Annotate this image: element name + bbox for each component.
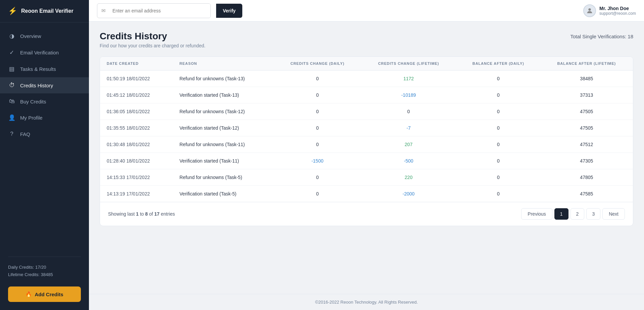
cell-date: 01:30:48 18/01/2022 — [100, 136, 173, 153]
check-circle-icon: ✓ — [8, 49, 15, 56]
cell-balance-lifetime: 47505 — [540, 120, 633, 136]
table-row: 14:15:33 17/01/2022 Refund for unknowns … — [100, 169, 633, 186]
cell-balance-daily: 0 — [456, 186, 540, 202]
next-button[interactable]: Next — [602, 208, 625, 220]
page-subtitle: Find our how your credits are charged or… — [100, 43, 205, 48]
user-name: Mr. Jhon Doe — [599, 6, 636, 11]
cell-balance-lifetime: 47512 — [540, 136, 633, 153]
main-area: ✉ Verify Mr. Jhon Doe support@reoon.com … — [89, 0, 644, 310]
cell-date: 01:35:55 18/01/2022 — [100, 120, 173, 136]
showing-of-label: of — [148, 211, 154, 217]
page-stat: Total Single Verifications: 18 — [570, 34, 633, 39]
cell-reason: Verification started (Task-11) — [173, 153, 274, 169]
tasks-icon: ▤ — [8, 65, 15, 73]
footer-text: ©2016-2022 Reoon Technology. All Rights … — [315, 300, 418, 305]
cell-change-lifetime: 0 — [361, 103, 456, 120]
sidebar-item-credits-history-label: Credits History — [20, 83, 53, 88]
cell-change-daily: 0 — [274, 71, 361, 87]
page-header: Credits History Find our how your credit… — [100, 31, 633, 48]
cell-reason: Refund for unknowns (Task-13) — [173, 71, 274, 87]
sidebar-item-overview[interactable]: ◑ Overview — [0, 28, 89, 44]
cell-change-lifetime: 220 — [361, 169, 456, 186]
page-1-button[interactable]: 1 — [554, 208, 568, 220]
cell-reason: Verification started (Task-12) — [173, 120, 274, 136]
sidebar-item-tasks-results[interactable]: ▤ Tasks & Results — [0, 61, 89, 77]
question-icon: ? — [8, 131, 15, 137]
cell-reason: Refund for unknowns (Task-11) — [173, 136, 274, 153]
email-input-wrap: ✉ — [97, 3, 211, 18]
cell-date: 01:50:19 18/01/2022 — [100, 71, 173, 87]
cell-change-lifetime: -7 — [361, 120, 456, 136]
cell-date: 01:36:05 18/01/2022 — [100, 103, 173, 120]
table-footer: Showing last 1 to 8 of 17 entries Previo… — [100, 202, 633, 226]
page-title: Credits History — [100, 31, 205, 42]
verify-button[interactable]: Verify — [216, 4, 242, 18]
page-3-button[interactable]: 3 — [586, 208, 600, 220]
cell-date: 01:28:40 18/01/2022 — [100, 153, 173, 169]
cell-balance-daily: 0 — [456, 103, 540, 120]
lifetime-credits-label: Lifetime Credits: 38485 — [8, 271, 81, 278]
add-credits-label: Add Credits — [35, 292, 63, 297]
user-details: Mr. Jhon Doe support@reoon.com — [599, 6, 636, 16]
sidebar-item-overview-label: Overview — [20, 33, 41, 39]
cell-change-daily: 0 — [274, 103, 361, 120]
sidebar-item-faq-label: FAQ — [20, 131, 30, 137]
pagination: Previous 1 2 3 Next — [521, 208, 625, 220]
page-content: Credits History Find our how your credit… — [89, 21, 644, 294]
sidebar-item-faq[interactable]: ? FAQ — [0, 126, 89, 142]
cell-change-daily: 0 — [274, 87, 361, 103]
page-2-button[interactable]: 2 — [571, 208, 585, 220]
sidebar-item-credits-history[interactable]: ⏱ Credits History — [0, 77, 89, 93]
cell-balance-lifetime: 38485 — [540, 71, 633, 87]
fire-icon: 🔥 — [26, 291, 32, 297]
history-icon: ⏱ — [8, 82, 15, 89]
cell-reason: Refund for unknowns (Task-5) — [173, 169, 274, 186]
sidebar-nav: ◑ Overview ✓ Email Verification ▤ Tasks … — [0, 23, 89, 254]
sidebar-item-buy-credits[interactable]: 🛍 Buy Credits — [0, 93, 89, 109]
sidebar-item-my-profile[interactable]: 👤 My Profile — [0, 109, 89, 126]
table-row: 01:30:48 18/01/2022 Refund for unknowns … — [100, 136, 633, 153]
col-header-change-lifetime: CREDITS CHANGE (LIFETIME) — [361, 57, 456, 71]
col-header-balance-lifetime: BALANCE AFTER (LIFETIME) — [540, 57, 633, 71]
cell-balance-daily: 0 — [456, 169, 540, 186]
bag-icon: 🛍 — [8, 98, 15, 105]
cell-balance-lifetime: 47305 — [540, 153, 633, 169]
daily-credits-label: Daily Credits: 17/20 — [8, 264, 81, 271]
table-row: 01:45:12 18/01/2022 Verification started… — [100, 87, 633, 103]
col-header-balance-daily: BALANCE AFTER (DAILY) — [456, 57, 540, 71]
table-row: 01:50:19 18/01/2022 Refund for unknowns … — [100, 71, 633, 87]
svg-point-0 — [588, 8, 591, 10]
col-header-reason: REASON — [173, 57, 274, 71]
email-input[interactable] — [110, 4, 210, 18]
sidebar-item-email-verification[interactable]: ✓ Email Verification — [0, 44, 89, 61]
sidebar-item-buy-credits-label: Buy Credits — [20, 99, 46, 104]
sidebar-item-email-verification-label: Email Verification — [20, 50, 59, 55]
add-credits-button[interactable]: 🔥 Add Credits — [8, 286, 81, 302]
cell-balance-daily: 0 — [456, 71, 540, 87]
page-footer: ©2016-2022 Reoon Technology. All Rights … — [89, 294, 644, 310]
previous-button[interactable]: Previous — [521, 208, 552, 220]
user-icon: 👤 — [8, 114, 15, 121]
table-row: 01:28:40 18/01/2022 Verification started… — [100, 153, 633, 169]
sidebar: ⚡ Reoon Email Verifier ◑ Overview ✓ Emai… — [0, 0, 89, 310]
sidebar-credits-info: Daily Credits: 17/20 Lifetime Credits: 3… — [0, 260, 89, 282]
cell-change-lifetime: -10189 — [361, 87, 456, 103]
lightning-icon: ⚡ — [8, 7, 17, 15]
cell-change-daily: -1500 — [274, 153, 361, 169]
mail-icon: ✉ — [97, 8, 110, 14]
showing-suffix: entries — [159, 211, 175, 217]
table-row: 01:36:05 18/01/2022 Refund for unknowns … — [100, 103, 633, 120]
table-row: 14:13:19 17/01/2022 Verification started… — [100, 186, 633, 202]
showing-prefix: Showing last — [108, 211, 136, 217]
cell-balance-lifetime: 47505 — [540, 103, 633, 120]
cell-date: 01:45:12 18/01/2022 — [100, 87, 173, 103]
showing-total: 17 — [154, 211, 160, 217]
cell-change-lifetime: -2000 — [361, 186, 456, 202]
table-header-row: DATE CREATED REASON CREDITS CHANGE (DAIL… — [100, 57, 633, 71]
cell-balance-lifetime: 37313 — [540, 87, 633, 103]
user-info[interactable]: Mr. Jhon Doe support@reoon.com — [583, 4, 636, 17]
page-header-left: Credits History Find our how your credit… — [100, 31, 205, 48]
cell-balance-daily: 0 — [456, 87, 540, 103]
cell-change-lifetime: 1172 — [361, 71, 456, 87]
cell-change-daily: 0 — [274, 169, 361, 186]
